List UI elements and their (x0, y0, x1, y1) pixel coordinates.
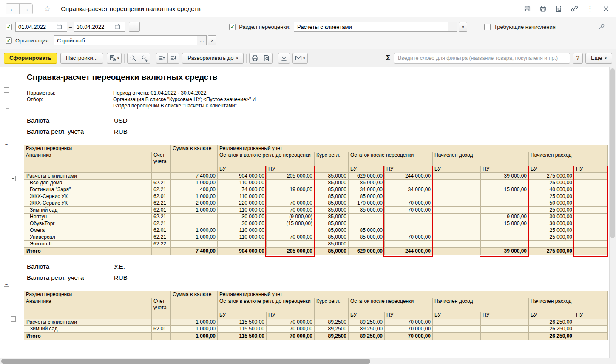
cell-value[interactable]: 85,0000 (315, 200, 349, 207)
cell-value[interactable]: 30 000,00 (218, 214, 267, 220)
cell-value[interactable] (385, 220, 433, 227)
cell-value[interactable] (433, 333, 481, 340)
cell-value[interactable] (574, 200, 608, 207)
cell-value[interactable]: 85,0000 (315, 248, 349, 255)
collapse-group-button[interactable]: − (11, 316, 16, 322)
cell-value[interactable]: 39 000,00 (481, 173, 529, 180)
cell-analytics[interactable]: Зимний сад (24, 326, 152, 333)
cell-analytics[interactable]: Все для дома (24, 180, 152, 186)
cell-analytics[interactable]: Нептун (24, 214, 152, 220)
cell-value[interactable] (171, 214, 218, 220)
cell-value[interactable]: 85 000,00 (349, 193, 385, 200)
print-button[interactable] (249, 53, 261, 64)
cell-value[interactable]: 629 000,00 (349, 173, 385, 180)
cell-analytics[interactable]: Зимний сад (24, 207, 152, 214)
cell-value[interactable]: 115 500,00 (218, 333, 267, 340)
org-input[interactable] (54, 37, 197, 44)
cell-value[interactable]: 110 000,00 (218, 207, 267, 214)
cell-value[interactable]: 1 000,00 (171, 180, 218, 186)
print-preview-button[interactable] (261, 53, 273, 64)
cell-value[interactable] (574, 207, 608, 214)
cell-value[interactable] (574, 186, 608, 193)
cell-value[interactable] (349, 241, 385, 248)
cell-value[interactable]: 25 000,00 (529, 227, 574, 234)
section-checkbox[interactable]: ✓ (229, 24, 236, 30)
cell-value[interactable] (574, 173, 608, 180)
horizontal-scrollbar-thumb[interactable] (1, 359, 370, 364)
cell-value[interactable]: 85,0000 (315, 234, 349, 241)
cell-value[interactable]: 85,0000 (315, 173, 349, 180)
org-checkbox[interactable]: ✓ (6, 37, 12, 44)
cell-analytics[interactable]: Омега (24, 227, 152, 234)
cell-value[interactable] (433, 207, 481, 214)
cell-value[interactable]: (9 000,00) (267, 214, 315, 220)
generate-button[interactable]: Сформировать (4, 53, 57, 64)
cell-value[interactable]: 275 000,00 (529, 248, 574, 255)
cell-value[interactable]: 26 250,00 (529, 319, 574, 326)
cell-value[interactable]: 85,0000 (315, 186, 349, 193)
cell-value[interactable]: 89 250,00 (349, 319, 385, 326)
search-next-button[interactable] (139, 53, 150, 64)
period-more-button[interactable]: ... (129, 22, 140, 32)
cell-analytics[interactable]: Итого (24, 333, 152, 340)
cell-account[interactable]: 62.01 (152, 207, 171, 214)
cell-account[interactable] (152, 173, 171, 180)
section-input[interactable] (294, 24, 448, 30)
cell-value[interactable]: 25 000,00 (529, 180, 574, 186)
titlebar-close-button[interactable] (601, 4, 610, 14)
cell-account[interactable]: 62.01 (152, 227, 171, 234)
cell-value[interactable]: 904 000,00 (218, 248, 267, 255)
cell-value[interactable] (574, 214, 608, 220)
cell-value[interactable]: 70 000,00 (267, 326, 315, 333)
cell-value[interactable]: 50 000,00 (529, 200, 574, 207)
cell-value[interactable]: 115 500,00 (218, 319, 267, 326)
cell-account[interactable]: 62.21 (152, 214, 171, 220)
cell-value[interactable]: 15 000,00 (481, 186, 529, 193)
titlebar-menu-button[interactable]: ⋮ (585, 4, 595, 14)
cell-value[interactable] (481, 241, 529, 248)
collapse-group-button[interactable]: − (4, 142, 9, 147)
cell-value[interactable] (433, 173, 481, 180)
cell-value[interactable] (481, 227, 529, 234)
cell-value[interactable] (481, 326, 529, 333)
cell-value[interactable] (385, 214, 433, 220)
cell-value[interactable]: 85,0000 (315, 180, 349, 186)
pin-button[interactable] (596, 22, 606, 32)
accrual-checkbox[interactable] (484, 24, 491, 30)
cell-value[interactable]: 1 000,00 (171, 333, 218, 340)
cell-value[interactable] (574, 319, 608, 326)
cell-value[interactable]: 89 250,00 (349, 333, 385, 340)
cell-value[interactable]: 34 000,00 (349, 186, 385, 193)
cell-value[interactable]: 220 000,00 (218, 200, 267, 207)
cell-value[interactable]: 30 000,00 (529, 214, 574, 220)
cell-value[interactable] (433, 227, 481, 234)
cell-value[interactable]: 85,0000 (315, 241, 349, 248)
cell-value[interactable] (267, 180, 315, 186)
cell-value[interactable] (267, 193, 315, 200)
report-filter-input[interactable] (394, 53, 570, 64)
back-button[interactable]: ← (6, 4, 19, 14)
cell-value[interactable] (433, 234, 481, 241)
titlebar-save-button[interactable] (522, 4, 532, 14)
date-from-input[interactable] (16, 24, 54, 30)
cell-analytics[interactable]: Гостиница "Заря" (24, 186, 152, 193)
cell-account[interactable] (152, 248, 171, 255)
cell-value[interactable]: 400,00 (171, 186, 218, 193)
cell-value[interactable]: 1 000,00 (171, 234, 218, 241)
cell-value[interactable]: 89,2500 (315, 333, 349, 340)
cell-value[interactable]: 70 000,00 (385, 234, 433, 241)
cell-value[interactable]: 244 000,00 (385, 173, 433, 180)
cell-value[interactable]: 70 000,00 (385, 333, 433, 340)
cell-value[interactable]: 25 000,00 (529, 207, 574, 214)
cell-analytics[interactable]: ОбувьТорг (24, 220, 152, 227)
cell-value[interactable]: 7 400,00 (171, 248, 218, 255)
cell-value[interactable]: 110 000,00 (218, 193, 267, 200)
vertical-scrollbar-thumb[interactable] (610, 68, 615, 238)
cell-value[interactable] (385, 241, 433, 248)
calendar-from-button[interactable] (54, 22, 64, 31)
cell-value[interactable]: 205 000,00 (267, 173, 315, 180)
cell-value[interactable] (349, 220, 385, 227)
report-variants-button[interactable]: ▾ (107, 53, 122, 64)
cell-value[interactable] (481, 200, 529, 207)
cell-value[interactable]: 7 400,00 (171, 173, 218, 180)
